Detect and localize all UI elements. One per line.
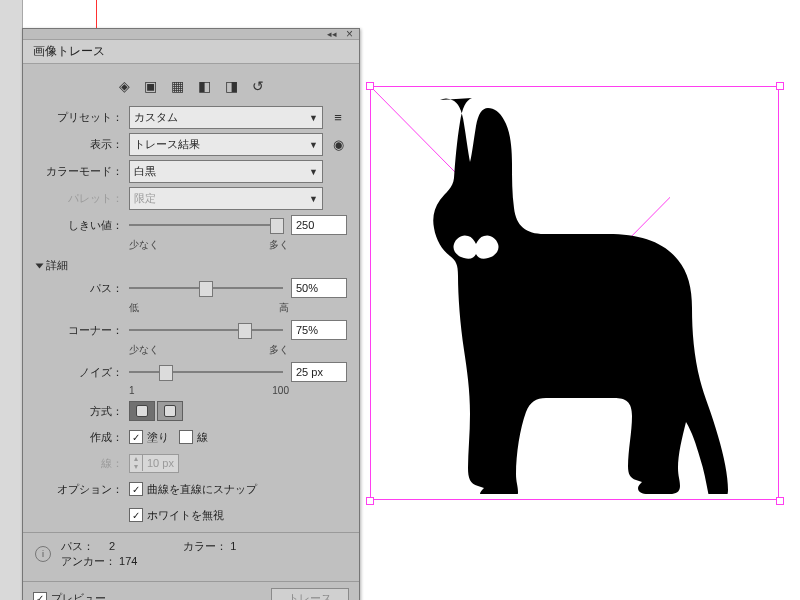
method-abutting-button[interactable] bbox=[129, 401, 155, 421]
preset-label: プリセット： bbox=[35, 110, 129, 125]
snap-checkbox[interactable]: ✓ bbox=[129, 482, 143, 496]
palette-label: パレット： bbox=[35, 191, 129, 206]
traced-image-bounds[interactable] bbox=[370, 86, 780, 501]
path-value[interactable]: 50% bbox=[291, 278, 347, 298]
bbox-handle[interactable] bbox=[776, 497, 784, 505]
threshold-slider[interactable] bbox=[129, 216, 283, 234]
panel-title[interactable]: 画像トレース bbox=[23, 40, 359, 64]
method-overlap-button[interactable] bbox=[157, 401, 183, 421]
view-label: 表示： bbox=[35, 137, 129, 152]
fill-checkbox[interactable]: ✓ bbox=[129, 430, 143, 444]
preset-menu-icon[interactable]: ≡ bbox=[329, 110, 347, 125]
close-icon[interactable]: × bbox=[346, 27, 353, 41]
dog-silhouette bbox=[384, 92, 756, 494]
image-trace-panel: ◂◂ × 画像トレース ◈ ▣ ▦ ◧ ◨ ↺ プリセット： カスタム▼ ≡ 表… bbox=[22, 28, 360, 600]
mode-select[interactable]: 白黒▼ bbox=[129, 160, 323, 183]
auto-color-icon[interactable]: ◈ bbox=[119, 78, 130, 94]
threshold-label: しきい値： bbox=[35, 218, 129, 233]
palette-select: 限定▼ bbox=[129, 187, 323, 210]
bbox-edge bbox=[370, 499, 780, 501]
bbox-handle[interactable] bbox=[776, 82, 784, 90]
path-label: パス： bbox=[35, 281, 129, 296]
grayscale-icon[interactable]: ◧ bbox=[198, 78, 211, 94]
info-icon[interactable]: i bbox=[35, 546, 51, 562]
details-section-toggle[interactable]: 詳細 bbox=[37, 258, 347, 273]
collapse-icon[interactable]: ◂◂ bbox=[327, 29, 337, 39]
view-select[interactable]: トレース結果▼ bbox=[129, 133, 323, 156]
stroke-label: 線： bbox=[35, 456, 129, 471]
path-slider[interactable] bbox=[129, 279, 283, 297]
method-label: 方式： bbox=[35, 404, 129, 419]
preview-checkbox[interactable]: ✓ bbox=[33, 592, 47, 601]
noise-slider[interactable] bbox=[129, 363, 283, 381]
corner-slider[interactable] bbox=[129, 321, 283, 339]
create-label: 作成： bbox=[35, 430, 129, 445]
panel-header-bar[interactable]: ◂◂ × bbox=[23, 29, 359, 40]
bw-icon[interactable]: ◨ bbox=[225, 78, 238, 94]
preset-select[interactable]: カスタム▼ bbox=[129, 106, 323, 129]
mode-label: カラーモード： bbox=[35, 164, 129, 179]
noise-label: ノイズ： bbox=[35, 365, 129, 380]
threshold-value[interactable]: 250 bbox=[291, 215, 347, 235]
bbox-edge bbox=[778, 86, 780, 501]
trace-button: トレース bbox=[271, 588, 349, 600]
stroke-checkbox[interactable] bbox=[179, 430, 193, 444]
option-label: オプション： bbox=[35, 482, 129, 497]
camera-icon[interactable]: ▣ bbox=[144, 78, 157, 94]
outline-icon[interactable]: ↺ bbox=[252, 78, 264, 94]
triangle-icon bbox=[36, 263, 44, 268]
low-color-icon[interactable]: ▦ bbox=[171, 78, 184, 94]
corner-value[interactable]: 75% bbox=[291, 320, 347, 340]
noise-value[interactable]: 25 px bbox=[291, 362, 347, 382]
vertical-ruler bbox=[0, 0, 23, 600]
divider bbox=[23, 532, 359, 533]
bbox-handle[interactable] bbox=[366, 497, 374, 505]
stroke-width-input: ▴▾10 px bbox=[129, 454, 179, 473]
eye-icon[interactable]: ◉ bbox=[329, 137, 347, 152]
preset-icon-row: ◈ ▣ ▦ ◧ ◨ ↺ bbox=[35, 78, 347, 94]
bbox-handle[interactable] bbox=[366, 82, 374, 90]
corner-label: コーナー： bbox=[35, 323, 129, 338]
ignore-white-checkbox[interactable]: ✓ bbox=[129, 508, 143, 522]
